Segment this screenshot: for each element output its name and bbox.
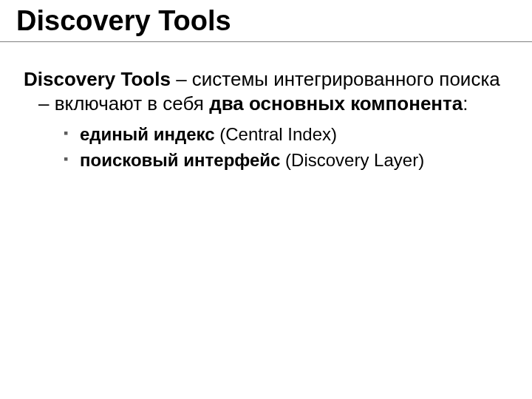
content-area: Discovery Tools – системы интегрированно… bbox=[0, 42, 532, 174]
title-area: Discovery Tools bbox=[0, 0, 532, 42]
slide: Discovery Tools Discovery Tools – систем… bbox=[0, 0, 532, 399]
bullet-list: единый индекс (Central Index) поисковый … bbox=[24, 122, 508, 174]
intro-lead: Discovery Tools bbox=[24, 68, 171, 90]
intro-mid2: два основных компонента bbox=[209, 92, 463, 115]
list-item: единый индекс (Central Index) bbox=[64, 122, 508, 148]
slide-title: Discovery Tools bbox=[16, 6, 516, 37]
intro-paragraph: Discovery Tools – системы интегрированно… bbox=[38, 67, 508, 117]
bullet-bold: единый индекс bbox=[80, 124, 215, 144]
bullet-rest: (Discovery Layer) bbox=[280, 150, 424, 170]
intro-tail: : bbox=[463, 92, 468, 115]
bullet-bold: поисковый интерфейс bbox=[80, 150, 280, 170]
bullet-rest: (Central Index) bbox=[215, 124, 337, 144]
list-item: поисковый интерфейс (Discovery Layer) bbox=[64, 148, 508, 174]
